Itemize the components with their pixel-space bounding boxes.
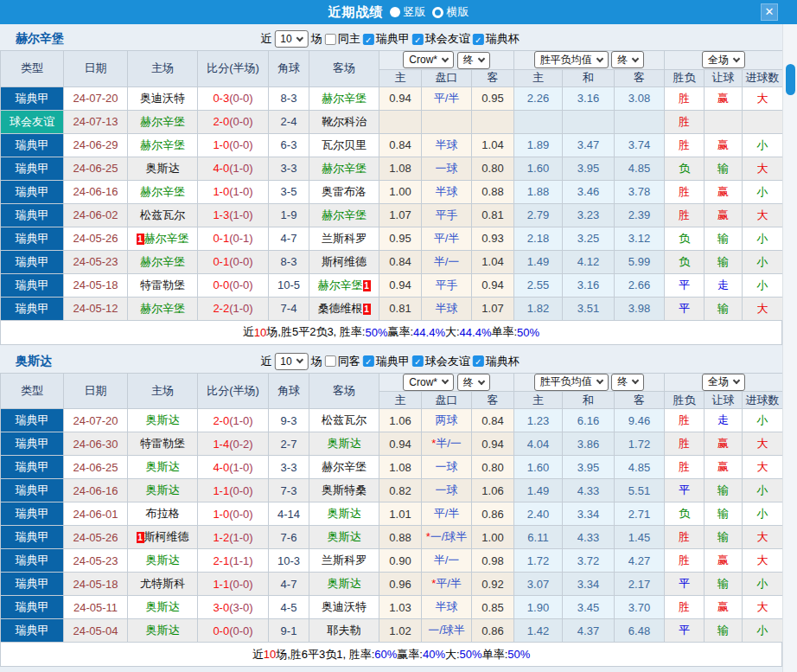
halftime-score: (0-0) bbox=[229, 578, 252, 591]
corner-cell: 1-9 bbox=[269, 203, 309, 227]
home-team-name: 奥斯达 bbox=[146, 413, 180, 426]
match-count-select[interactable]: 10 bbox=[274, 353, 308, 370]
avg-home-cell: 1.42 bbox=[514, 619, 563, 643]
corner-cell: 4-5 bbox=[269, 596, 309, 619]
date-cell: 24-07-20 bbox=[64, 409, 128, 432]
bookmaker-select[interactable]: Crow* bbox=[403, 374, 454, 391]
avg-away-cell: 4.27 bbox=[615, 549, 665, 573]
score-cell: 3-0(3-0) bbox=[198, 596, 269, 619]
home-odds-cell: 0.84 bbox=[379, 250, 422, 273]
home-team-name: 奥斯达 bbox=[146, 460, 180, 473]
halftime-score: (0-0) bbox=[229, 508, 252, 521]
odds-stage-select[interactable]: 终 bbox=[457, 374, 490, 391]
chevron-down-icon bbox=[442, 54, 449, 61]
home-team-name: 松兹瓦尔 bbox=[140, 208, 185, 221]
layout-radio-horizontal[interactable]: 横版 bbox=[432, 4, 469, 20]
odds-stage-select-value: 终 bbox=[463, 53, 474, 67]
layout-radio-vertical[interactable]: 竖版 bbox=[390, 4, 426, 20]
halftime-score: (0-0) bbox=[229, 255, 252, 268]
result-cell: 负 bbox=[665, 227, 705, 250]
scrollbar-thumb[interactable] bbox=[786, 64, 795, 95]
home-team-cell: 特雷勒堡 bbox=[128, 273, 198, 297]
fulltime-score: 2-0 bbox=[213, 414, 229, 427]
result-cell: 平 bbox=[665, 273, 705, 297]
goals-result-cell: 大 bbox=[743, 157, 783, 180]
avg-draw-cell: 3.25 bbox=[563, 227, 615, 250]
away-team-cell: 赫尔辛堡 bbox=[309, 456, 379, 479]
match-row: 瑞典甲24-06-02松兹瓦尔1-3(1-0)1-9赫尔辛堡1.07平手0.81… bbox=[1, 203, 783, 227]
avg-home-cell: 1.49 bbox=[514, 479, 563, 502]
away-team-name: 靴尔科治 bbox=[322, 115, 367, 128]
odds-group-header: Crow* 终 bbox=[379, 373, 514, 392]
same-venue-checkbox[interactable] bbox=[325, 34, 336, 45]
sub-header-h: 主 bbox=[379, 69, 422, 86]
league-checkbox-1[interactable]: ✓ bbox=[412, 34, 424, 45]
score-cell: 1-4(0-2) bbox=[198, 432, 269, 456]
score-cell: 1-0(0-0) bbox=[198, 502, 269, 526]
odds-stage-select[interactable]: 终 bbox=[457, 52, 490, 69]
same-venue-checkbox[interactable] bbox=[325, 355, 336, 367]
halftime-score: (1-0) bbox=[229, 414, 252, 427]
away-odds-cell: 0.86 bbox=[472, 619, 514, 643]
date-cell: 24-05-23 bbox=[64, 549, 128, 573]
summary-part: 40% bbox=[423, 648, 445, 661]
summary-part: 44.4% bbox=[413, 326, 445, 339]
league-checkbox-1[interactable]: ✓ bbox=[412, 355, 424, 367]
league-checkbox-2[interactable]: ✓ bbox=[473, 34, 484, 45]
home-odds-cell: 1.03 bbox=[379, 596, 422, 619]
score-cell: 1-3(1-0) bbox=[198, 203, 269, 227]
league-checkbox-2[interactable]: ✓ bbox=[473, 355, 484, 367]
score-cell: 0-0(0-0) bbox=[198, 273, 269, 297]
scrollbar-track[interactable] bbox=[782, 24, 797, 672]
score-cell: 1-1(0-0) bbox=[198, 479, 269, 502]
avg-draw-cell: 4.12 bbox=[563, 250, 615, 273]
league-type-cell: 瑞典甲 bbox=[1, 86, 64, 110]
handicap-cell: 半球 bbox=[422, 133, 472, 157]
fulltime-score: 1-4 bbox=[213, 438, 229, 451]
match-count-select[interactable]: 10 bbox=[274, 30, 308, 48]
avg-type-select[interactable]: 胜平负均值 bbox=[534, 374, 609, 391]
avg-type-select[interactable]: 胜平负均值 bbox=[534, 51, 609, 68]
avg-draw-cell: 3.16 bbox=[563, 273, 615, 297]
close-icon[interactable]: ✕ bbox=[761, 3, 778, 21]
fulltime-score: 2-1 bbox=[213, 554, 229, 567]
corner-cell: 9-3 bbox=[269, 409, 309, 432]
match-row: 瑞典甲24-06-25奥斯达4-0(1-0)3-3赫尔辛堡1.08一球0.801… bbox=[1, 157, 783, 180]
radio-unselected-icon bbox=[432, 7, 443, 18]
league-type-cell: 瑞典甲 bbox=[1, 250, 64, 273]
avg-home-cell: 1.49 bbox=[514, 250, 563, 273]
league-checkbox-0[interactable]: ✓ bbox=[363, 355, 374, 367]
same-venue-label: 同客 bbox=[338, 354, 360, 369]
scope-select[interactable]: 全场 bbox=[702, 51, 745, 68]
home-team-name: 奥斯达 bbox=[146, 600, 180, 613]
handicap-cell: 半球 bbox=[422, 297, 472, 320]
away-team-name: 桑德维根 bbox=[318, 302, 363, 315]
away-team-cell: 斯柯维德 bbox=[309, 250, 379, 273]
home-odds-cell: 1.08 bbox=[379, 456, 422, 479]
handicap-result-cell: 走 bbox=[705, 409, 743, 432]
avg-draw-cell: 3.95 bbox=[563, 456, 615, 479]
handicap-result-cell: 赢 bbox=[705, 432, 743, 456]
chevron-down-icon bbox=[477, 377, 484, 384]
league-checkbox-0[interactable]: ✓ bbox=[363, 34, 374, 45]
corner-cell: 4-7 bbox=[269, 227, 309, 250]
goals-result-cell bbox=[743, 110, 783, 133]
handicap-cell: *半/一 bbox=[422, 432, 472, 456]
home-odds-cell: 0.82 bbox=[379, 479, 422, 502]
home-team-cell: 特雷勒堡 bbox=[128, 432, 198, 456]
scope-select[interactable]: 全场 bbox=[702, 374, 745, 391]
avg-stage-select[interactable]: 终 bbox=[611, 374, 644, 391]
date-cell: 24-05-18 bbox=[64, 573, 128, 596]
avg-stage-select[interactable]: 终 bbox=[611, 51, 644, 68]
home-team-name: 奥斯达 bbox=[146, 554, 180, 566]
home-team-name: 赫尔辛堡 bbox=[140, 302, 185, 315]
avg-type-select-value: 胜平负均值 bbox=[540, 53, 592, 67]
chevron-down-icon bbox=[296, 356, 303, 363]
handicap-result-cell: 输 bbox=[705, 297, 743, 320]
sub-header-goals: 进球数 bbox=[743, 69, 783, 86]
avg-draw-cell: 3.51 bbox=[563, 297, 615, 320]
away-team-cell: 奥斯达 bbox=[309, 432, 379, 456]
home-odds-cell: 0.84 bbox=[379, 133, 422, 157]
bookmaker-select[interactable]: Crow* bbox=[403, 51, 454, 68]
avg-away-cell: 2.66 bbox=[615, 273, 665, 297]
